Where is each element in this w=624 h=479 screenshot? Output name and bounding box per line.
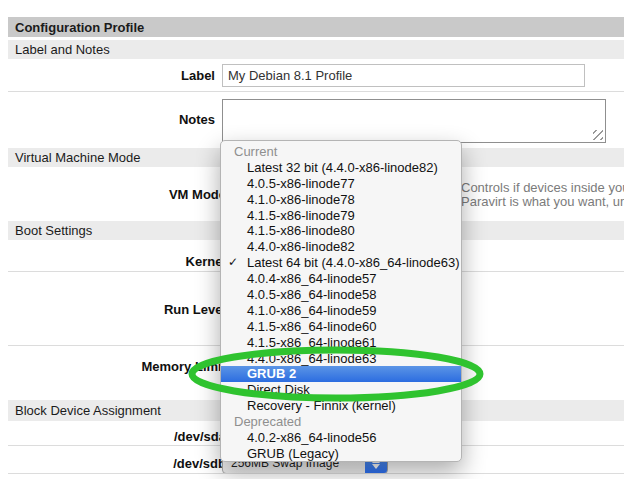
- resize-handle-icon[interactable]: [593, 130, 603, 140]
- kernel-menu-option[interactable]: GRUB 2: [221, 366, 461, 382]
- kernel-menu-option[interactable]: 4.0.2-x86_64-linode56: [221, 430, 461, 446]
- kernel-menu-option[interactable]: GRUB (Legacy): [221, 446, 461, 462]
- kernel-menu-group-label: Current: [221, 144, 461, 160]
- configuration-profile-page: Configuration Profile Label and Notes La…: [0, 0, 624, 479]
- memory-limit-label: Memory Limit: [0, 360, 226, 373]
- section-label-and-notes-text: Label and Notes: [15, 42, 110, 57]
- page-title: Configuration Profile: [8, 17, 624, 37]
- kernel-dropdown-menu: CurrentLatest 32 bit (4.4.0-x86-linode82…: [220, 140, 462, 462]
- kernel-menu-option[interactable]: Recovery - Finnix (kernel): [221, 398, 461, 414]
- kernel-menu-option[interactable]: 4.1.0-x86-linode78: [221, 192, 461, 208]
- kernel-menu-group-label: Deprecated: [221, 414, 461, 430]
- label-input[interactable]: [222, 64, 585, 87]
- kernel-menu-option[interactable]: 4.0.5-x86-linode77: [221, 176, 461, 192]
- vm-mode-help-line2: Paravirt is what you want, unle: [461, 195, 624, 209]
- kernel-menu-option[interactable]: Latest 32 bit (4.4.0-x86-linode82): [221, 160, 461, 176]
- section-vm-mode-text: Virtual Machine Mode: [15, 150, 141, 165]
- kernel-menu-option-text: 4.1.5-x86_64-linode60: [247, 319, 376, 334]
- checkmark-icon: ✓: [228, 255, 238, 271]
- kernel-menu-option-text: 4.4.0-x86_64-linode63: [247, 351, 376, 366]
- run-level-label: Run Level: [0, 303, 226, 316]
- kernel-menu-option[interactable]: 4.1.5-x86_64-linode60: [221, 319, 461, 335]
- kernel-menu-option[interactable]: 4.1.0-x86_64-linode59: [221, 303, 461, 319]
- kernel-menu-option-text: Recovery - Finnix (kernel): [247, 398, 396, 413]
- notes-field-label: Notes: [0, 113, 215, 126]
- section-block-device-text: Block Device Assignment: [15, 403, 161, 418]
- notes-textarea[interactable]: [222, 99, 606, 143]
- kernel-menu-option-text: 4.4.0-x86-linode82: [247, 239, 355, 254]
- kernel-menu-option-text: GRUB (Legacy): [247, 446, 339, 461]
- kernel-menu-option-text: 4.1.5-x86-linode79: [247, 208, 355, 223]
- kernel-menu-option-text: GRUB 2: [247, 366, 296, 381]
- kernel-menu-option-text: 4.1.5-x86_64-linode61: [247, 335, 376, 350]
- section-label-and-notes: Label and Notes: [8, 40, 624, 59]
- vm-mode-help-text: Controls if devices inside your Paravirt…: [461, 181, 624, 209]
- section-boot-settings-text: Boot Settings: [15, 223, 92, 238]
- kernel-menu-option-text: 4.0.4-x86_64-linode57: [247, 271, 376, 286]
- kernel-menu-option-text: 4.1.5-x86-linode80: [247, 223, 355, 238]
- label-field-label: Label: [0, 69, 215, 82]
- kernel-menu-option-text: Direct Disk: [247, 382, 310, 397]
- kernel-menu-option[interactable]: 4.1.5-x86_64-linode61: [221, 335, 461, 351]
- kernel-menu-option-text: Current: [234, 144, 277, 159]
- kernel-menu-option-text: 4.0.5-x86_64-linode58: [247, 287, 376, 302]
- vm-mode-label: VM Mode: [0, 188, 226, 201]
- kernel-menu-option[interactable]: ✓Latest 64 bit (4.4.0-x86_64-linode63): [221, 255, 461, 271]
- kernel-menu-option[interactable]: 4.0.5-x86_64-linode58: [221, 287, 461, 303]
- kernel-menu-option-text: 4.1.0-x86-linode78: [247, 192, 355, 207]
- dev-sdb-label: /dev/sdb: [0, 457, 226, 470]
- kernel-menu-option-text: Latest 32 bit (4.4.0-x86-linode82): [247, 160, 438, 175]
- kernel-menu-option-text: Deprecated: [234, 414, 301, 429]
- vm-mode-help-line1: Controls if devices inside your: [461, 181, 624, 195]
- kernel-label: Kernel: [0, 255, 226, 268]
- kernel-menu-option-text: 4.0.5-x86-linode77: [247, 176, 355, 191]
- kernel-menu-option-text: Latest 64 bit (4.4.0-x86_64-linode63): [247, 255, 459, 270]
- kernel-menu-option[interactable]: 4.1.5-x86-linode79: [221, 208, 461, 224]
- kernel-menu-option[interactable]: Direct Disk: [221, 382, 461, 398]
- dev-sda-label: /dev/sda: [0, 430, 226, 443]
- page-title-text: Configuration Profile: [15, 20, 144, 35]
- kernel-menu-option-text: 4.0.2-x86_64-linode56: [247, 430, 376, 445]
- kernel-menu-option[interactable]: 4.1.5-x86-linode80: [221, 223, 461, 239]
- kernel-menu-option[interactable]: 4.4.0-x86_64-linode63: [221, 351, 461, 367]
- kernel-menu-option-text: 4.1.0-x86_64-linode59: [247, 303, 376, 318]
- kernel-menu-option[interactable]: 4.4.0-x86-linode82: [221, 239, 461, 255]
- divider: [8, 473, 624, 474]
- divider: [8, 91, 624, 92]
- kernel-menu-option[interactable]: 4.0.4-x86_64-linode57: [221, 271, 461, 287]
